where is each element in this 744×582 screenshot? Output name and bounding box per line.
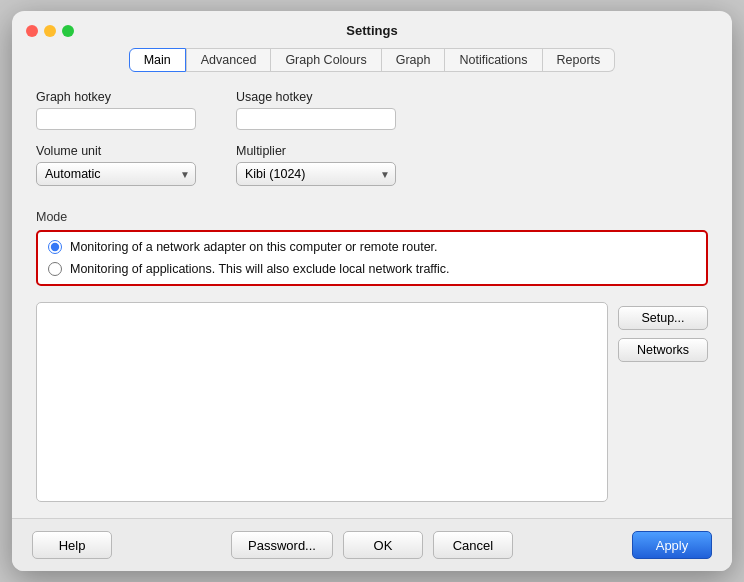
mode-applications-text: Monitoring of applications. This will al… bbox=[70, 262, 450, 276]
multiplier-label: Multiplier bbox=[236, 144, 396, 158]
title-bar: Settings bbox=[12, 11, 732, 38]
mode-applications-radio[interactable] bbox=[48, 262, 62, 276]
graph-hotkey-input[interactable] bbox=[36, 108, 196, 130]
mode-network-text: Monitoring of a network adapter on this … bbox=[70, 240, 438, 254]
multiplier-group: Multiplier Kibi (1024) Kilo (1000) ▼ bbox=[236, 144, 396, 186]
cancel-button[interactable]: Cancel bbox=[433, 531, 513, 559]
graph-hotkey-group: Graph hotkey bbox=[36, 90, 196, 130]
multiplier-select[interactable]: Kibi (1024) Kilo (1000) bbox=[236, 162, 396, 186]
maximize-button[interactable] bbox=[62, 25, 74, 37]
volume-unit-group: Volume unit Automatic Bytes Kilobytes Me… bbox=[36, 144, 196, 186]
tab-graph-colours[interactable]: Graph Colours bbox=[271, 48, 381, 72]
side-buttons: Setup... Networks bbox=[618, 302, 708, 502]
footer: Help Password... OK Cancel Apply bbox=[12, 518, 732, 571]
volume-unit-label: Volume unit bbox=[36, 144, 196, 158]
tab-notifications[interactable]: Notifications bbox=[445, 48, 542, 72]
mode-option-applications: Monitoring of applications. This will al… bbox=[48, 262, 696, 276]
multiplier-wrapper: Kibi (1024) Kilo (1000) ▼ bbox=[236, 162, 396, 186]
volume-unit-select[interactable]: Automatic Bytes Kilobytes Megabytes Giga… bbox=[36, 162, 196, 186]
networks-list[interactable] bbox=[36, 302, 608, 502]
volume-unit-wrapper: Automatic Bytes Kilobytes Megabytes Giga… bbox=[36, 162, 196, 186]
close-button[interactable] bbox=[26, 25, 38, 37]
footer-left: Help bbox=[32, 531, 112, 559]
unit-row: Volume unit Automatic Bytes Kilobytes Me… bbox=[36, 144, 708, 186]
main-content: Graph hotkey Usage hotkey Volume unit Au… bbox=[12, 72, 732, 518]
usage-hotkey-input[interactable] bbox=[236, 108, 396, 130]
mode-radio-box: Monitoring of a network adapter on this … bbox=[36, 230, 708, 286]
settings-window: Settings Main Advanced Graph Colours Gra… bbox=[12, 11, 732, 571]
apply-button[interactable]: Apply bbox=[632, 531, 712, 559]
hotkey-row: Graph hotkey Usage hotkey bbox=[36, 90, 708, 130]
usage-hotkey-label: Usage hotkey bbox=[236, 90, 396, 104]
networks-button[interactable]: Networks bbox=[618, 338, 708, 362]
mode-section: Mode Monitoring of a network adapter on … bbox=[36, 210, 708, 286]
ok-button[interactable]: OK bbox=[343, 531, 423, 559]
password-button[interactable]: Password... bbox=[231, 531, 333, 559]
mode-option-network: Monitoring of a network adapter on this … bbox=[48, 240, 696, 254]
footer-right: Apply bbox=[632, 531, 712, 559]
tab-bar: Main Advanced Graph Colours Graph Notifi… bbox=[12, 38, 732, 72]
bottom-area: Setup... Networks bbox=[36, 302, 708, 502]
tab-main[interactable]: Main bbox=[129, 48, 186, 72]
tab-advanced[interactable]: Advanced bbox=[186, 48, 272, 72]
tab-graph[interactable]: Graph bbox=[382, 48, 446, 72]
help-button[interactable]: Help bbox=[32, 531, 112, 559]
minimize-button[interactable] bbox=[44, 25, 56, 37]
tab-reports[interactable]: Reports bbox=[543, 48, 616, 72]
graph-hotkey-label: Graph hotkey bbox=[36, 90, 196, 104]
mode-label: Mode bbox=[36, 210, 708, 224]
mode-network-radio[interactable] bbox=[48, 240, 62, 254]
setup-button[interactable]: Setup... bbox=[618, 306, 708, 330]
footer-center: Password... OK Cancel bbox=[231, 531, 513, 559]
window-title: Settings bbox=[346, 23, 397, 38]
usage-hotkey-group: Usage hotkey bbox=[236, 90, 396, 130]
traffic-lights bbox=[26, 25, 74, 37]
